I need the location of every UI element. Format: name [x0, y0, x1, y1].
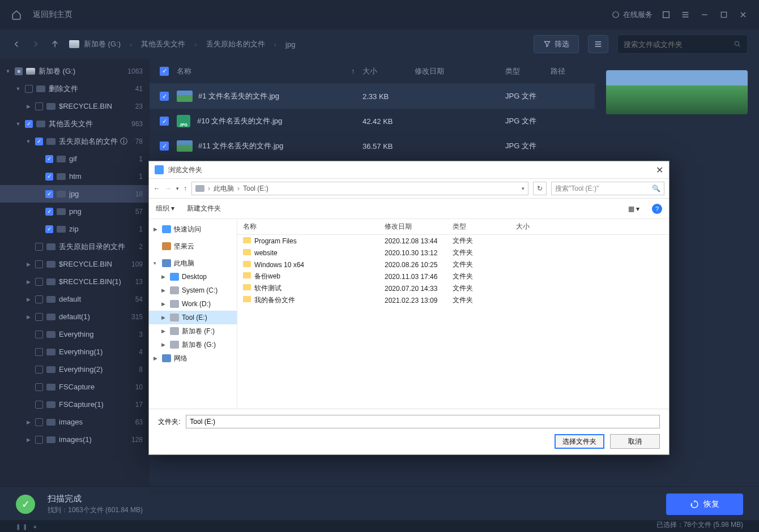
dialog-tree[interactable]: ▶快速访问坚果云▾此电脑▶Desktop▶System (C:)▶Work (D…: [149, 219, 237, 409]
dialog-tree-item[interactable]: ▶网络: [149, 351, 237, 365]
tree-item[interactable]: ▼✓其他丢失文件963: [0, 115, 150, 132]
chevron-down-icon[interactable]: ▾: [176, 186, 179, 191]
playback-controls[interactable]: ❚❚ ●: [16, 524, 39, 530]
col-mod[interactable]: 修改日期: [379, 222, 447, 231]
col-type[interactable]: 类型: [505, 66, 551, 76]
nav-back-icon[interactable]: [11, 39, 22, 49]
col-size[interactable]: 大小: [363, 66, 415, 76]
tree-item[interactable]: ▶images63: [0, 413, 150, 431]
minimize-icon[interactable]: [700, 10, 709, 19]
svg-point-3: [735, 41, 739, 45]
organize-menu[interactable]: 组织 ▾: [156, 204, 174, 213]
maximize-icon[interactable]: [719, 10, 728, 19]
tree-item[interactable]: ▶default(1)315: [0, 308, 150, 325]
tree-item[interactable]: ▼✓丢失原始名的文件 ⓘ78: [0, 132, 150, 150]
nav-forward-icon[interactable]: →: [165, 185, 172, 192]
dialog-tree-item[interactable]: ▶新加卷 (F:): [149, 324, 237, 338]
recover-button[interactable]: 恢复: [666, 494, 743, 515]
tree-item[interactable]: Everything(2)8: [0, 361, 150, 378]
col-name[interactable]: 名称: [237, 222, 379, 231]
file-row[interactable]: ✓JPG#10 文件名丢失的文件.jpg42.42 KBJPG 文件: [150, 109, 595, 134]
tree-item[interactable]: Everything3: [0, 325, 150, 343]
nav-up-icon[interactable]: [50, 39, 60, 49]
nav-forward-icon[interactable]: [31, 39, 41, 49]
tree-item[interactable]: ▶$RECYCLE.BIN23: [0, 97, 150, 115]
tree-item[interactable]: ▼删除文件41: [0, 80, 150, 97]
dialog-list-item[interactable]: 我的备份文件2021.02.23 13:09文件夹: [237, 294, 669, 306]
dialog-tree-item[interactable]: 坚果云: [149, 239, 237, 253]
dialog-file-list[interactable]: 名称 修改日期 类型 大小 Program Files2020.12.08 13…: [237, 219, 669, 409]
file-list-header: ✓ 名称 ↑ 大小 修改日期 类型 路径: [150, 59, 595, 84]
browse-folder-dialog: 浏览文件夹 ✕ ← → ▾ ↑ › 此电脑 › Tool (E:) ▾ ↻ 搜索…: [148, 161, 670, 455]
dialog-tree-item[interactable]: ▶Work (D:): [149, 297, 237, 311]
breadcrumb-item[interactable]: jpg: [285, 40, 295, 49]
filter-button[interactable]: 筛选: [534, 35, 579, 53]
breadcrumb-item[interactable]: 其他丢失文件: [141, 39, 185, 49]
tree-item[interactable]: ▶$RECYCLE.BIN(1)13: [0, 273, 150, 290]
breadcrumb[interactable]: 新加卷 (G:): [69, 39, 121, 49]
menu-icon[interactable]: [681, 10, 690, 19]
view-toggle-button[interactable]: [588, 35, 608, 53]
col-mod[interactable]: 修改日期: [415, 66, 505, 76]
col-path[interactable]: 路径: [551, 66, 585, 76]
tree-item[interactable]: ✓jpg18: [0, 185, 150, 203]
online-service[interactable]: 在线服务: [612, 10, 653, 20]
tree-item[interactable]: ▼■新加卷 (G:)1063: [0, 62, 150, 80]
path-box[interactable]: › 此电脑 › Tool (E:) ▾: [191, 182, 528, 195]
tree-item[interactable]: ✓htm1: [0, 168, 150, 185]
dialog-close-icon[interactable]: ✕: [656, 165, 663, 175]
svg-rect-2: [721, 12, 726, 17]
drive-icon: [195, 185, 204, 192]
new-folder-button[interactable]: 新建文件夹: [187, 204, 221, 213]
chevron-down-icon[interactable]: ▾: [522, 186, 525, 191]
settings-icon[interactable]: [662, 10, 671, 19]
dialog-list-item[interactable]: Windows 10 x642020.08.26 10:25文件夹: [237, 259, 669, 271]
dialog-list-item[interactable]: 软件测试2020.07.20 14:33文件夹: [237, 282, 669, 294]
help-icon[interactable]: ?: [652, 204, 662, 214]
tree-item[interactable]: ✓gif1: [0, 150, 150, 168]
dialog-tree-item[interactable]: ▶Tool (E:): [149, 311, 237, 324]
dialog-tree-item[interactable]: ▶新加卷 (G:): [149, 338, 237, 351]
dialog-list-item[interactable]: Program Files2020.12.08 13:44文件夹: [237, 235, 669, 247]
file-row[interactable]: ✓#11 文件名丢失的文件.jpg36.57 KBJPG 文件: [150, 134, 595, 158]
home-icon[interactable]: [11, 10, 22, 20]
dialog-tree-item[interactable]: ▶System (C:): [149, 284, 237, 297]
close-icon[interactable]: [739, 10, 748, 19]
nav-back-icon[interactable]: ←: [153, 185, 160, 192]
tree-item[interactable]: 丢失原始目录的文件2: [0, 238, 150, 255]
status-subtitle: 找到：1063个文件 (601.84 MB): [48, 505, 143, 515]
folder-input[interactable]: [186, 415, 660, 428]
dialog-tree-item[interactable]: ▶Desktop: [149, 270, 237, 284]
col-name[interactable]: 名称: [177, 66, 351, 76]
dialog-list-item[interactable]: website2020.10.30 13:12文件夹: [237, 247, 669, 259]
tree-item[interactable]: ▶images(1)128: [0, 431, 150, 448]
title-bar: 返回到主页 在线服务: [0, 0, 759, 29]
file-row[interactable]: ✓#1 文件名丢失的文件.jpg2.33 KBJPG 文件: [150, 84, 595, 109]
select-folder-button[interactable]: 选择文件夹: [555, 434, 604, 449]
search-input[interactable]: [617, 35, 748, 54]
tree-item[interactable]: ✓zip1: [0, 220, 150, 238]
view-menu[interactable]: ▦ ▾: [628, 205, 639, 213]
dialog-list-item[interactable]: 备份web2020.11.03 17:46文件夹: [237, 271, 669, 282]
tree-item[interactable]: FSCapture10: [0, 378, 150, 396]
breadcrumb-item[interactable]: 丢失原始名的文件: [206, 39, 265, 49]
cancel-button[interactable]: 取消: [610, 434, 660, 449]
tree-item[interactable]: ▶default54: [0, 290, 150, 308]
back-home-link[interactable]: 返回到主页: [33, 10, 73, 20]
dialog-search[interactable]: 搜索"Tool (E:)" 🔍: [551, 182, 664, 195]
dialog-tree-item[interactable]: ▶快速访问: [149, 222, 237, 236]
tree-item[interactable]: ✓png57: [0, 203, 150, 220]
tree-item[interactable]: ▶$RECYCLE.BIN109: [0, 255, 150, 273]
refresh-button[interactable]: ↻: [533, 182, 547, 195]
tree-item[interactable]: Everything(1)4: [0, 343, 150, 361]
sort-icon[interactable]: ↑: [351, 67, 363, 75]
dialog-title: 浏览文件夹: [168, 165, 202, 175]
col-size[interactable]: 大小: [510, 222, 544, 231]
search-field[interactable]: [624, 40, 734, 49]
nav-up-icon[interactable]: ↑: [184, 185, 187, 192]
dialog-tree-item[interactable]: ▾此电脑: [149, 256, 237, 270]
tree-item[interactable]: FSCapture(1)17: [0, 396, 150, 413]
sidebar-tree[interactable]: ▼■新加卷 (G:)1063▼删除文件41▶$RECYCLE.BIN23▼✓其他…: [0, 59, 150, 487]
select-all-checkbox[interactable]: ✓: [160, 67, 169, 76]
col-type[interactable]: 类型: [447, 222, 510, 231]
